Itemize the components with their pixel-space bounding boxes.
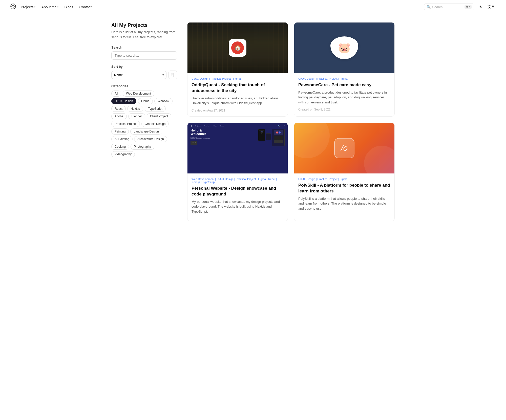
categories-section: Categories AllWeb DevelopmentUI/UX Desig…: [111, 84, 177, 157]
card-desc-personal-website: My personal website that showcases my de…: [192, 199, 284, 214]
nav-projects-label: Projects: [21, 5, 34, 9]
sort-order-button[interactable]: [168, 71, 177, 79]
search-shortcut-text: ⌘K: [466, 5, 470, 9]
card-body-polyskill: UI/UX Design | Practical Project | Figma…: [294, 173, 394, 218]
search-placeholder-text: Search...: [432, 5, 445, 9]
nav-blogs[interactable]: Blogs: [62, 4, 76, 11]
tag-photography[interactable]: Photography: [131, 144, 154, 150]
search-section-label: Search: [111, 46, 177, 49]
project-card-polyskill[interactable]: /o UI/UX Design | Practical Project | Fi…: [294, 123, 395, 221]
card-title-personal-website: Personal Website - Design showcase and c…: [192, 186, 284, 197]
card-desc-pawsomecare: PawsomeCare, a product designed to facil…: [298, 90, 390, 105]
sidebar-description: Here is a list of all my projects, rangi…: [111, 30, 177, 39]
tag-webflow[interactable]: Webflow: [154, 98, 173, 104]
tag-typescript[interactable]: TypeScript: [145, 106, 166, 112]
theme-toggle-button[interactable]: ☀: [477, 3, 484, 11]
tags-container: AllWeb DevelopmentUI/UX DesignFigmaWebfl…: [111, 91, 177, 157]
card-tags-oddityquest: UI/UX Design | Practical Project | Figma: [192, 77, 284, 80]
pawsomecare-animal-icon: 🐷: [338, 42, 351, 54]
tag-all[interactable]: All: [111, 91, 121, 97]
tag-blender[interactable]: Blender: [128, 113, 145, 119]
sidebar-search-input[interactable]: [111, 51, 177, 60]
tag-client-project[interactable]: Client Project: [147, 113, 171, 119]
header-icons: ☀ 文A: [477, 3, 496, 11]
sidebar-title: All My Projects: [111, 22, 177, 28]
oddityquest-logo-inner: 🏠: [231, 41, 244, 54]
card-body-oddityquest: UI/UX Design | Practical Project | Figma…: [187, 73, 288, 116]
nav-about[interactable]: About me ▾: [39, 4, 61, 11]
tag-ai-painting[interactable]: AI Painting: [111, 136, 133, 142]
card-desc-polyskill: PolySkill is a platform that allows peop…: [298, 196, 390, 211]
project-card-oddityquest[interactable]: 🏠 UI/UX Design | Practical Project | Fig…: [187, 22, 288, 117]
tag-graphic-design[interactable]: Graphic Design: [141, 121, 169, 127]
polyskill-logo: /o: [334, 138, 354, 158]
tag-landscape-design[interactable]: Landscape Design: [130, 128, 162, 135]
card-body-personal-website: Web Development | UI/UX Design | Practic…: [187, 173, 288, 221]
chevron-down-icon: ▾: [34, 6, 35, 8]
nav-contact-label: Contact: [79, 5, 92, 9]
sort-select-wrapper: Name Date Category: [111, 71, 166, 79]
tag-cooking[interactable]: Cooking: [111, 144, 129, 150]
tag-react[interactable]: React: [111, 106, 126, 112]
card-date-oddityquest: Created on Aug 17, 2021: [192, 109, 284, 112]
polyskill-slash-icon: /o: [341, 143, 348, 153]
tag-practical-project[interactable]: Practical Project: [111, 121, 140, 127]
nav-about-label: About me: [41, 5, 57, 9]
tag-uiux-design[interactable]: UI/UX Design: [111, 98, 136, 104]
pawsomecare-image: 🐷: [294, 23, 394, 73]
sun-icon: ☀: [479, 5, 482, 9]
tag-painting[interactable]: Painting: [111, 128, 129, 135]
card-tags-polyskill: UI/UX Design | Practical Project | Figma: [298, 178, 390, 181]
card-title-polyskill: PolySkill - A platform for people to sha…: [298, 183, 390, 194]
card-title-pawsomecare: PawsomeCare - Pet care made easy: [298, 82, 390, 88]
chevron-down-icon: ▾: [57, 6, 58, 8]
tag-architecture-design[interactable]: Architecture Design: [134, 136, 167, 142]
project-card-personal-website[interactable]: ⊙ Projects ▾About me ▾BlogsContact 🔍 ☽ H…: [187, 123, 288, 221]
polyskill-image: /o: [294, 123, 394, 173]
search-icon: 🔍: [427, 5, 431, 9]
tag-adobe[interactable]: Adobe: [111, 113, 127, 119]
page-content: All My Projects Here is a list of all my…: [101, 14, 405, 229]
tag-figma[interactable]: Figma: [138, 98, 153, 104]
personal-website-image: ⊙ Projects ▾About me ▾BlogsContact 🔍 ☽ H…: [187, 123, 288, 173]
card-desc-oddityquest: Discover urban oddities: abandoned sites…: [192, 96, 284, 106]
sort-section-label: Sort by: [111, 65, 177, 69]
language-toggle-button[interactable]: 文A: [486, 3, 496, 11]
categories-title: Categories: [111, 84, 177, 88]
main-content: 🏠 UI/UX Design | Practical Project | Fig…: [187, 14, 395, 229]
oddityquest-logo: 🏠: [229, 39, 246, 57]
card-tags-pawsomecare: UI/UX Design | Practical Project | Figma: [298, 77, 390, 80]
nav-projects[interactable]: Projects ▾: [18, 4, 38, 11]
tag-nextjs[interactable]: Next.js: [127, 106, 143, 112]
header: Projects ▾ About me ▾ Blogs Contact 🔍 Se…: [0, 0, 506, 14]
card-date-pawsomecare: Created on Sep 8, 2021: [298, 108, 390, 111]
nav-blogs-label: Blogs: [65, 5, 73, 9]
nav-contact[interactable]: Contact: [77, 4, 94, 11]
svg-point-1: [12, 5, 14, 7]
search-shortcut-badge: ⌘K: [465, 5, 472, 9]
card-title-oddityquest: OddityQuest - Seeking that touch of uniq…: [192, 82, 284, 94]
card-tags-personal-website: Web Development | UI/UX Design | Practic…: [192, 178, 284, 184]
header-search-bar[interactable]: 🔍 Search... ⌘K: [424, 4, 474, 10]
sort-row: Name Date Category: [111, 71, 177, 79]
main-nav: Projects ▾ About me ▾ Blogs Contact: [18, 4, 424, 11]
projects-grid: 🏠 UI/UX Design | Practical Project | Fig…: [187, 22, 395, 221]
language-icon: 文A: [488, 5, 494, 9]
sidebar: All My Projects Here is a list of all my…: [111, 14, 177, 229]
sort-select[interactable]: Name Date Category: [111, 71, 166, 79]
project-card-pawsomecare[interactable]: 🐷 UI/UX Design | Practical Project | Fig…: [294, 22, 395, 117]
tag-web-development[interactable]: Web Development: [123, 91, 154, 97]
card-body-pawsomecare: UI/UX Design | Practical Project | Figma…: [294, 73, 394, 115]
tag-videography[interactable]: Videography: [111, 151, 135, 157]
logo-icon[interactable]: [10, 3, 16, 11]
